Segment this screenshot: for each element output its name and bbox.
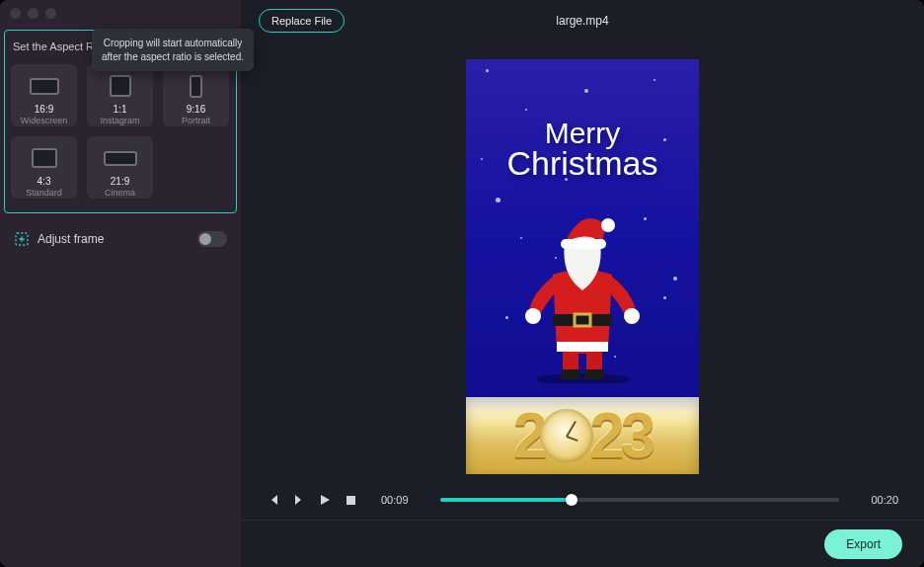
- maximize-window-button[interactable]: [45, 8, 56, 19]
- timeline-handle[interactable]: [566, 494, 578, 506]
- svg-point-9: [525, 308, 541, 324]
- play-button[interactable]: [318, 493, 332, 507]
- ratio-shape-icon: [30, 78, 59, 95]
- video-preview[interactable]: Merry Christmas: [466, 59, 699, 474]
- aspect-ratio-sub: Portrait: [182, 116, 210, 125]
- aspect-tile-1-1[interactable]: 1:1 Instagram: [87, 64, 153, 126]
- aspect-ratio-grid: 16:9 Widescreen 1:1 Instagram 9:16 Portr…: [11, 64, 230, 199]
- adjust-frame-label: Adjust frame: [38, 232, 104, 246]
- aspect-ratio-sub: Instagram: [100, 116, 139, 125]
- minimize-window-button[interactable]: [28, 8, 38, 19]
- svg-point-1: [535, 373, 630, 383]
- adjust-frame-row: Adjust frame: [0, 213, 241, 247]
- santa-figure: [523, 196, 642, 383]
- aspect-ratio-label: 9:16: [187, 104, 205, 115]
- video-preview-area: Merry Christmas: [241, 41, 924, 472]
- aspect-ratio-label: 4:3: [38, 176, 51, 187]
- aspect-ratio-sub: Standard: [26, 188, 62, 198]
- svg-rect-13: [346, 496, 355, 505]
- prev-frame-button[interactable]: [267, 493, 280, 507]
- export-button[interactable]: Export: [824, 529, 902, 559]
- svg-point-10: [624, 308, 640, 324]
- year-digit: 2: [589, 399, 621, 472]
- aspect-ratio-sub: Widescreen: [21, 116, 68, 125]
- svg-rect-4: [561, 369, 580, 379]
- stop-button[interactable]: [344, 493, 357, 507]
- transport-bar: 00:09 00:20: [241, 480, 924, 520]
- svg-rect-6: [557, 342, 608, 352]
- ratio-shape-icon: [110, 75, 131, 97]
- svg-rect-11: [561, 239, 606, 249]
- aspect-tile-9-16[interactable]: 9:16 Portrait: [163, 64, 229, 126]
- svg-rect-5: [584, 369, 604, 379]
- video-year-band: 2 2 3: [466, 397, 699, 474]
- video-greeting-line2: Christmas: [466, 146, 699, 180]
- toggle-knob: [199, 233, 211, 245]
- aspect-tile-21-9[interactable]: 21:9 Cinema: [87, 136, 153, 199]
- year-digit: 3: [621, 399, 653, 472]
- current-time: 00:09: [381, 494, 409, 506]
- next-frame-button[interactable]: [292, 493, 306, 507]
- aspect-ratio-sub: Cinema: [105, 188, 135, 198]
- window-controls: [10, 8, 56, 19]
- main-header: Replace File large.mp4: [241, 0, 924, 41]
- sidebar: Set the Aspect Ratio Cropping will start…: [0, 0, 241, 567]
- aspect-ratio-label: 21:9: [111, 176, 129, 187]
- aspect-ratio-panel: Set the Aspect Ratio Cropping will start…: [4, 30, 237, 213]
- main-panel: Replace File large.mp4: [241, 0, 924, 567]
- aspect-tooltip: Cropping will start automatically after …: [92, 29, 254, 71]
- replace-file-button[interactable]: Replace File: [259, 9, 345, 33]
- aspect-tile-4-3[interactable]: 4:3 Standard: [11, 136, 77, 199]
- aspect-ratio-label: 16:9: [35, 104, 53, 115]
- video-greeting-text: Merry Christmas: [466, 119, 699, 180]
- aspect-tile-16-9[interactable]: 16:9 Widescreen: [11, 64, 77, 126]
- ratio-shape-icon: [190, 75, 202, 98]
- ratio-shape-icon: [104, 151, 137, 166]
- timeline-scrubber[interactable]: [440, 498, 840, 502]
- adjust-frame-toggle[interactable]: [197, 231, 227, 247]
- footer: Export: [241, 520, 924, 567]
- total-time: 00:20: [871, 494, 898, 506]
- svg-rect-7: [553, 314, 612, 326]
- timeline-progress: [440, 498, 573, 502]
- aspect-ratio-label: 1:1: [114, 104, 127, 115]
- app-window: Set the Aspect Ratio Cropping will start…: [0, 0, 924, 567]
- adjust-frame-icon: [14, 231, 30, 247]
- ratio-shape-icon: [32, 148, 57, 168]
- svg-point-12: [601, 218, 615, 232]
- year-clock-icon: [540, 409, 593, 462]
- close-window-button[interactable]: [10, 8, 21, 19]
